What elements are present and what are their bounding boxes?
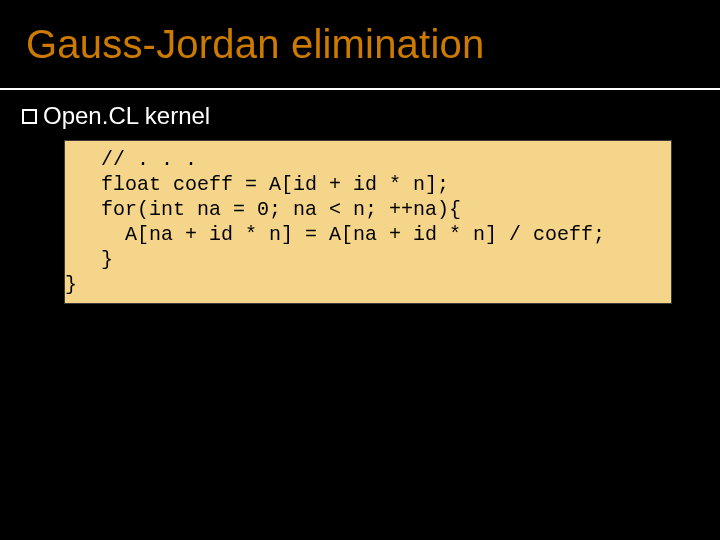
title-band: Gauss-Jordan elimination bbox=[0, 0, 720, 90]
bullet-text: Open.CL kernel bbox=[43, 102, 210, 130]
bullet-line: Open.CL kernel bbox=[22, 102, 698, 130]
square-bullet-icon bbox=[22, 109, 37, 124]
code-content: // . . . float coeff = A[id + id * n]; f… bbox=[65, 147, 671, 297]
slide-body: Open.CL kernel // . . . float coeff = A[… bbox=[0, 90, 720, 326]
slide-title: Gauss-Jordan elimination bbox=[26, 22, 484, 67]
slide: Gauss-Jordan elimination Open.CL kernel … bbox=[0, 0, 720, 540]
code-block: // . . . float coeff = A[id + id * n]; f… bbox=[64, 140, 672, 304]
